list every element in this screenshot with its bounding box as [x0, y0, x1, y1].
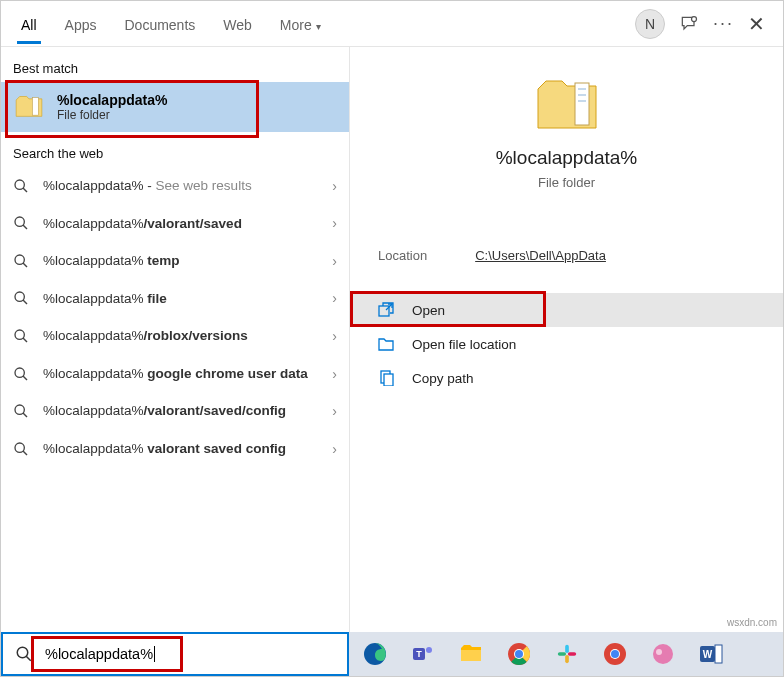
- svg-point-0: [691, 16, 696, 21]
- results-panel: Best match %localappdata% File folder Se…: [1, 47, 349, 632]
- taskbar-explorer-icon[interactable]: [457, 640, 485, 668]
- web-result-label: %localappdata% google chrome user data: [43, 365, 332, 383]
- svg-line-13: [23, 376, 27, 380]
- search-icon: [13, 290, 29, 306]
- taskbar-chrome-icon[interactable]: [505, 640, 533, 668]
- chevron-right-icon: ›: [332, 403, 337, 419]
- svg-point-25: [17, 647, 28, 658]
- web-result-4[interactable]: %localappdata%/roblox/versions›: [1, 317, 349, 355]
- chevron-right-icon: ›: [332, 328, 337, 344]
- search-icon: [13, 215, 29, 231]
- svg-point-2: [15, 180, 24, 189]
- open-icon: [378, 302, 394, 318]
- search-icon: [15, 645, 33, 663]
- tab-documents[interactable]: Documents: [110, 5, 209, 43]
- svg-point-45: [656, 649, 662, 655]
- action-copy-path[interactable]: Copy path: [350, 361, 783, 395]
- svg-line-15: [23, 413, 27, 417]
- svg-line-9: [23, 300, 27, 304]
- search-filter-tabs: All Apps Documents Web More▾ N ··· ✕: [1, 1, 783, 47]
- web-result-2[interactable]: %localappdata% temp›: [1, 242, 349, 280]
- web-result-label: %localappdata% temp: [43, 252, 332, 270]
- web-result-label: %localappdata% file: [43, 290, 332, 308]
- svg-rect-39: [565, 655, 569, 663]
- svg-point-30: [426, 647, 432, 653]
- web-result-label: %localappdata% valorant saved config: [43, 440, 332, 458]
- svg-line-3: [23, 188, 27, 192]
- tab-apps[interactable]: Apps: [51, 5, 111, 43]
- preview-title: %localappdata%: [350, 147, 783, 169]
- watermark: wsxdn.com: [727, 617, 777, 628]
- folder-location-icon: [378, 336, 394, 352]
- svg-line-5: [23, 225, 27, 229]
- action-copy-path-label: Copy path: [412, 371, 474, 386]
- web-result-label: %localappdata%/roblox/versions: [43, 327, 332, 345]
- svg-point-8: [15, 292, 24, 301]
- best-match-subtitle: File folder: [57, 108, 167, 122]
- search-icon: [13, 328, 29, 344]
- svg-point-10: [15, 330, 24, 339]
- tab-web[interactable]: Web: [209, 5, 266, 43]
- web-result-6[interactable]: %localappdata%/valorant/saved/config›: [1, 392, 349, 430]
- svg-rect-48: [715, 645, 722, 663]
- svg-rect-31: [461, 650, 481, 661]
- location-label: Location: [378, 248, 427, 263]
- svg-rect-37: [565, 645, 569, 653]
- web-result-1[interactable]: %localappdata%/valorant/saved›: [1, 205, 349, 243]
- web-result-5[interactable]: %localappdata% google chrome user data›: [1, 355, 349, 393]
- svg-line-7: [23, 263, 27, 267]
- taskbar-edge-icon[interactable]: [361, 640, 389, 668]
- chevron-right-icon: ›: [332, 253, 337, 269]
- svg-text:T: T: [416, 649, 422, 659]
- web-result-3[interactable]: %localappdata% file›: [1, 280, 349, 318]
- best-match-result[interactable]: %localappdata% File folder: [1, 82, 349, 132]
- more-options-icon[interactable]: ···: [713, 13, 734, 34]
- chevron-down-icon: ▾: [316, 21, 321, 32]
- search-input-text: %localappdata%: [45, 646, 153, 662]
- svg-line-11: [23, 338, 27, 342]
- svg-point-36: [515, 650, 523, 658]
- tab-more[interactable]: More▾: [266, 5, 335, 43]
- chevron-right-icon: ›: [332, 215, 337, 231]
- search-input-bar[interactable]: %localappdata%: [1, 632, 349, 676]
- search-icon: [13, 441, 29, 457]
- svg-line-17: [23, 451, 27, 455]
- action-open-location[interactable]: Open file location: [350, 327, 783, 361]
- action-open-location-label: Open file location: [412, 337, 516, 352]
- svg-point-12: [15, 368, 24, 377]
- taskbar-teams-icon[interactable]: T: [409, 640, 437, 668]
- chevron-right-icon: ›: [332, 178, 337, 194]
- close-button[interactable]: ✕: [748, 12, 765, 36]
- web-result-0[interactable]: %localappdata% - See web results›: [1, 167, 349, 205]
- web-result-label: %localappdata%/valorant/saved: [43, 215, 332, 233]
- search-icon: [13, 403, 29, 419]
- svg-point-14: [15, 405, 24, 414]
- action-open[interactable]: Open: [350, 293, 783, 327]
- user-avatar[interactable]: N: [635, 9, 665, 39]
- svg-point-6: [15, 255, 24, 264]
- taskbar-slack-icon[interactable]: [553, 640, 581, 668]
- copy-icon: [378, 370, 394, 386]
- search-web-label: Search the web: [1, 132, 349, 167]
- text-cursor: [154, 646, 155, 662]
- search-icon: [13, 178, 29, 194]
- search-icon: [13, 253, 29, 269]
- taskbar-word-icon[interactable]: W: [697, 640, 725, 668]
- location-link[interactable]: C:\Users\Dell\AppData: [475, 248, 606, 263]
- chevron-right-icon: ›: [332, 366, 337, 382]
- taskbar: T W: [349, 632, 783, 676]
- feedback-icon[interactable]: [679, 14, 699, 34]
- tab-all[interactable]: All: [7, 5, 51, 43]
- chevron-right-icon: ›: [332, 290, 337, 306]
- taskbar-chrome2-icon[interactable]: [601, 640, 629, 668]
- best-match-title: %localappdata%: [57, 92, 167, 108]
- svg-rect-40: [568, 652, 576, 656]
- action-open-label: Open: [412, 303, 445, 318]
- svg-rect-38: [558, 652, 566, 656]
- svg-rect-24: [384, 374, 393, 386]
- web-result-7[interactable]: %localappdata% valorant saved config›: [1, 430, 349, 468]
- search-icon: [13, 366, 29, 382]
- svg-rect-22: [379, 306, 389, 316]
- taskbar-app-icon[interactable]: [649, 640, 677, 668]
- folder-large-icon: [535, 77, 599, 133]
